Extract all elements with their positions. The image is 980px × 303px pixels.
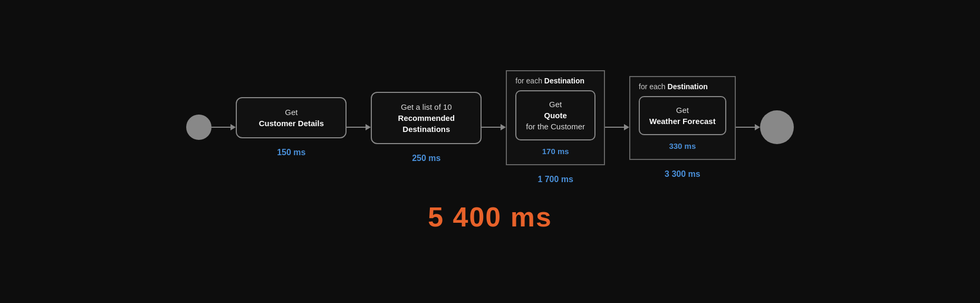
flow-row: Get Customer Details 150 ms Get a list o… xyxy=(21,70,959,184)
inner-quote-line3: for the Customer xyxy=(526,122,585,131)
node-line1: Get xyxy=(285,108,297,117)
arrow-head xyxy=(755,124,760,130)
arrow-quote-to-weather xyxy=(605,124,629,130)
arrow-destinations-to-quote xyxy=(482,124,506,130)
inner-node-weather: Get Weather Forecast xyxy=(639,96,726,135)
total-time-row: 5 400 ms xyxy=(428,201,552,233)
arrow-weather-to-end xyxy=(736,124,760,130)
node-destinations-line1: Get a list of 10 xyxy=(401,102,452,111)
diagram-container: Get Customer Details 150 ms Get a list o… xyxy=(0,70,980,233)
total-time: 5 400 ms xyxy=(428,201,552,233)
inner-quote-line2: Quote xyxy=(544,111,567,120)
node-time-destinations: 250 ms xyxy=(412,154,440,163)
for-each-weather-bold: Destination xyxy=(668,82,708,91)
arrow-start-to-customer xyxy=(212,124,236,130)
arrow-line xyxy=(347,127,366,128)
arrow-line xyxy=(212,127,230,128)
arrow-customer-to-destinations xyxy=(347,124,371,130)
for-each-quote-bold: Destination xyxy=(544,77,584,85)
arrow-line xyxy=(482,127,501,128)
node-get-customer-details: Get Customer Details 150 ms xyxy=(236,97,347,157)
node-time-customer-details: 150 ms xyxy=(277,148,305,157)
arrow-head xyxy=(501,124,506,130)
arrow-head xyxy=(366,124,371,130)
for-each-quote-prefix: for each xyxy=(515,77,544,85)
for-each-quote-label: for each Destination xyxy=(515,77,595,85)
node-destinations-line2: Recommended xyxy=(398,113,455,122)
for-each-weather-container: for each Destination Get Weather Forecas… xyxy=(629,76,736,160)
node-get-destinations: Get a list of 10 Recommended Destination… xyxy=(371,92,482,163)
for-each-quote-container: for each Destination Get Quote for the C… xyxy=(506,70,605,165)
for-each-weather-label: for each Destination xyxy=(639,82,726,91)
end-node xyxy=(760,110,794,144)
inner-node-quote: Get Quote for the Customer xyxy=(515,90,595,140)
for-each-time-quote: 1 700 ms xyxy=(537,175,573,184)
arrow-head xyxy=(624,124,629,130)
node-box-customer-details: Get Customer Details xyxy=(236,97,347,138)
arrow-line xyxy=(736,127,755,128)
arrow-line xyxy=(605,127,624,128)
for-each-weather-wrapper: for each Destination Get Weather Forecas… xyxy=(629,76,736,179)
inner-time-weather: 330 ms xyxy=(639,141,726,150)
node-box-destinations: Get a list of 10 Recommended Destination… xyxy=(371,92,482,144)
inner-time-quote: 170 ms xyxy=(515,147,595,156)
arrow-head xyxy=(230,124,236,130)
node-line2: Customer Details xyxy=(259,119,324,128)
inner-quote-line1: Get xyxy=(549,100,562,109)
node-destinations-line3: Destinations xyxy=(402,125,450,134)
for-each-time-weather: 3 300 ms xyxy=(665,169,700,179)
for-each-quote-wrapper: for each Destination Get Quote for the C… xyxy=(506,70,605,184)
for-each-weather-prefix: for each xyxy=(639,82,667,91)
start-node xyxy=(186,115,212,140)
inner-weather-line2: Weather Forecast xyxy=(649,117,716,126)
inner-weather-line1: Get xyxy=(676,106,689,115)
